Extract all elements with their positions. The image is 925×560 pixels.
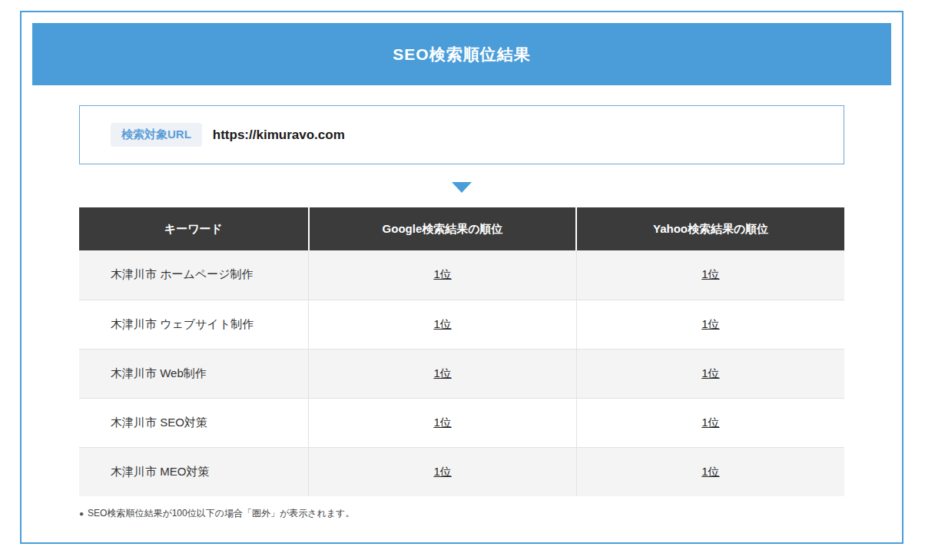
- keyword-cell: 木津川市 Web制作: [79, 349, 309, 398]
- table-body: 木津川市 ホームページ制作 1位 1位 木津川市 ウェブサイト制作 1位 1位 …: [79, 250, 844, 496]
- column-header-keyword: キーワード: [79, 207, 309, 250]
- page-header: SEO検索順位結果: [32, 23, 891, 85]
- table-row: 木津川市 SEO対策 1位 1位: [79, 398, 844, 447]
- google-rank-link[interactable]: 1位: [433, 465, 451, 478]
- page-frame: SEO検索順位結果 検索対象URL https://kimuravo.com キ…: [20, 11, 903, 544]
- yahoo-rank-cell: 1位: [576, 250, 844, 300]
- table-row: 木津川市 ホームページ制作 1位 1位: [79, 250, 844, 300]
- google-rank-link[interactable]: 1位: [433, 416, 451, 429]
- bullet-icon: ●: [79, 510, 84, 518]
- table-row: 木津川市 ウェブサイト制作 1位 1位: [79, 300, 844, 349]
- google-rank-link[interactable]: 1位: [433, 366, 451, 379]
- keyword-cell: 木津川市 SEO対策: [79, 398, 309, 447]
- ranking-table: キーワード Google検索結果の順位 Yahoo検索結果の順位 木津川市 ホー…: [79, 207, 844, 496]
- column-header-google-rank: Google検索結果の順位: [309, 207, 577, 250]
- keyword-cell: 木津川市 ウェブサイト制作: [79, 300, 309, 349]
- google-rank-link[interactable]: 1位: [433, 267, 451, 280]
- page-title: SEO検索順位結果: [393, 44, 530, 65]
- google-rank-link[interactable]: 1位: [433, 317, 451, 330]
- yahoo-rank-cell: 1位: [576, 447, 844, 496]
- yahoo-rank-link[interactable]: 1位: [701, 416, 719, 429]
- keyword-cell: 木津川市 ホームページ制作: [79, 250, 309, 300]
- footer-note: ● SEO検索順位結果が100位以下の場合「圏外」が表示されます。: [79, 507, 844, 520]
- yahoo-rank-link[interactable]: 1位: [701, 465, 719, 478]
- yahoo-rank-cell: 1位: [576, 398, 844, 447]
- yahoo-rank-link[interactable]: 1位: [701, 267, 719, 280]
- main-content: 検索対象URL https://kimuravo.com キーワード Googl…: [22, 105, 902, 520]
- keyword-cell: 木津川市 MEO対策: [79, 447, 309, 496]
- target-url-label: 検索対象URL: [111, 123, 202, 147]
- yahoo-rank-cell: 1位: [576, 300, 844, 349]
- google-rank-cell: 1位: [309, 300, 577, 349]
- arrow-down-icon: [452, 182, 472, 193]
- yahoo-rank-link[interactable]: 1位: [701, 366, 719, 379]
- yahoo-rank-link[interactable]: 1位: [701, 317, 719, 330]
- google-rank-cell: 1位: [309, 447, 577, 496]
- target-url-panel: 検索対象URL https://kimuravo.com: [79, 105, 844, 164]
- target-url-value: https://kimuravo.com: [213, 128, 345, 143]
- table-row: 木津川市 MEO対策 1位 1位: [79, 447, 844, 496]
- google-rank-cell: 1位: [309, 398, 577, 447]
- google-rank-cell: 1位: [309, 250, 577, 300]
- column-header-yahoo-rank: Yahoo検索結果の順位: [576, 207, 844, 250]
- google-rank-cell: 1位: [309, 349, 577, 398]
- table-row: 木津川市 Web制作 1位 1位: [79, 349, 844, 398]
- yahoo-rank-cell: 1位: [576, 349, 844, 398]
- arrow-container: [79, 182, 844, 193]
- footer-note-text: SEO検索順位結果が100位以下の場合「圏外」が表示されます。: [88, 507, 354, 520]
- table-header-row: キーワード Google検索結果の順位 Yahoo検索結果の順位: [79, 207, 844, 250]
